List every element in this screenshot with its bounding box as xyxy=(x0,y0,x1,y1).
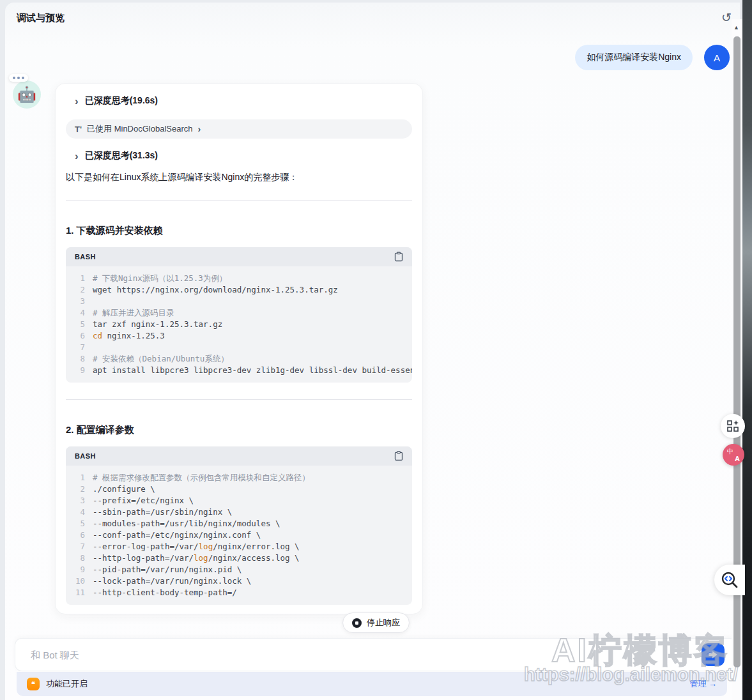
chat-input[interactable]: 和 Bot 聊天 xyxy=(31,650,79,662)
manage-link[interactable]: 管理 → xyxy=(689,678,717,690)
code-text: apt install libpcre3 libpcre3-dev zlib1g… xyxy=(93,365,412,376)
scrollbar[interactable]: ▲ xyxy=(732,19,742,700)
code-line: 5tar zxf nginx-1.25.3.tar.gz xyxy=(75,319,403,330)
code-block: BASH 1# 下载Nginx源码（以1.25.3为例）2wget https:… xyxy=(66,247,412,383)
user-message-row: 如何源码编译安装Nginx A xyxy=(575,45,730,70)
code-block-header: BASH xyxy=(66,247,412,266)
deep-think-toggle-2[interactable]: › 已深度思考(31.3s) xyxy=(66,148,412,164)
features-icon: ❝ xyxy=(27,678,40,690)
code-block: BASH 1# 根据需求修改配置参数（示例包含常用模块和自定义路径）2./con… xyxy=(66,446,412,605)
code-text: --http-client-body-temp-path=/ xyxy=(93,587,237,598)
code-line: 11--http-client-body-temp-path=/ xyxy=(75,587,403,598)
line-number: 6 xyxy=(75,330,85,342)
chat-composer[interactable]: 和 Bot 聊天 xyxy=(15,639,736,671)
line-number: 9 xyxy=(75,365,85,376)
section-heading: 1. 下载源码并安装依赖 xyxy=(66,225,412,237)
code-line: 6cd nginx-1.25.3 xyxy=(75,330,403,342)
page-title: 调试与预览 xyxy=(17,12,65,24)
code-text: --prefix=/etc/nginx \ xyxy=(93,495,194,506)
code-text: # 根据需求修改配置参数（示例包含常用模块和自定义路径） xyxy=(93,472,310,483)
code-text: # 下载Nginx源码（以1.25.3为例） xyxy=(93,273,227,284)
line-number: 7 xyxy=(75,342,85,353)
line-number: 7 xyxy=(75,541,85,552)
code-language-label: BASH xyxy=(75,452,96,460)
deep-think-toggle-1[interactable]: › 已深度思考(19.6s) xyxy=(66,93,412,109)
code-line: 3--prefix=/etc/nginx \ xyxy=(75,495,403,506)
line-number: 9 xyxy=(75,564,85,575)
code-text: --conf-path=/etc/nginx/nginx.conf \ xyxy=(93,529,261,541)
code-text xyxy=(93,342,98,353)
code-line: 1# 根据需求修改配置参数（示例包含常用模块和自定义路径） xyxy=(75,472,403,483)
code-text: --lock-path=/var/run/nginx.lock \ xyxy=(93,575,251,587)
chevron-right-icon: › xyxy=(198,125,201,133)
code-line: 4# 解压并进入源码目录 xyxy=(75,307,403,319)
bot-avatar: 🤖 xyxy=(13,80,41,109)
code-block-header: BASH xyxy=(66,446,412,466)
section-divider xyxy=(66,200,412,201)
chevron-right-icon: › xyxy=(75,96,79,107)
stop-response-label: 停止响应 xyxy=(367,617,400,628)
line-number: 3 xyxy=(75,296,85,307)
line-number: 10 xyxy=(75,575,85,587)
code-line: 8# 安装依赖（Debian/Ubuntu系统） xyxy=(75,353,403,365)
user-message-bubble: 如何源码编译安装Nginx xyxy=(575,45,693,70)
bot-message-card: › 已深度思考(19.6s) T' 已使用 MinDocGlobalSearch… xyxy=(55,83,423,614)
code-line: 9--pid-path=/var/run/nginx.pid \ xyxy=(75,564,403,575)
typing-indicator-icon xyxy=(9,74,28,82)
code-line: 7--error-log-path=/var/log/nginx/error.l… xyxy=(75,541,403,552)
code-text: --sbin-path=/usr/sbin/nginx \ xyxy=(93,506,232,518)
code-text: ./configure \ xyxy=(93,483,155,495)
translate-icon[interactable]: 中 A xyxy=(723,444,744,466)
line-number: 1 xyxy=(75,273,85,284)
user-avatar[interactable]: A xyxy=(704,45,730,70)
code-line: 10--lock-path=/var/run/nginx.lock \ xyxy=(75,575,403,587)
send-arrow-icon xyxy=(707,648,719,661)
refresh-icon[interactable]: ↺ xyxy=(721,10,732,25)
line-number: 3 xyxy=(75,495,85,506)
line-number: 11 xyxy=(75,587,85,598)
line-number: 5 xyxy=(75,518,85,529)
code-line: 4--sbin-path=/usr/sbin/nginx \ xyxy=(75,506,403,518)
inspect-code-magnifier-icon[interactable] xyxy=(714,565,745,595)
stop-response-button[interactable]: 停止响应 xyxy=(342,612,410,633)
deep-think-label-1: 已深度思考(19.6s) xyxy=(85,95,158,107)
code-text: # 安装依赖（Debian/Ubuntu系统） xyxy=(93,353,229,365)
answer-intro-text: 以下是如何在Linux系统上源码编译安装Nginx的完整步骤： xyxy=(66,171,412,183)
scroll-up-icon[interactable]: ▲ xyxy=(733,24,739,31)
chevron-right-icon: › xyxy=(75,151,79,162)
code-language-label: BASH xyxy=(75,253,96,261)
extension-grid-icon[interactable] xyxy=(721,414,745,438)
code-line: 7 xyxy=(75,342,403,353)
code-line: 2./configure \ xyxy=(75,483,403,495)
features-footer-bar: ❝ 功能已开启 管理 → xyxy=(17,672,727,696)
send-button[interactable] xyxy=(702,643,725,666)
code-line: 6--conf-path=/etc/nginx/nginx.conf \ xyxy=(75,529,403,541)
code-line: 9apt install libpcre3 libpcre3-dev zlib1… xyxy=(75,365,403,376)
tool-used-pill[interactable]: T' 已使用 MinDocGlobalSearch › xyxy=(66,119,412,139)
deep-think-label-2: 已深度思考(31.3s) xyxy=(85,150,158,162)
code-text: --modules-path=/usr/lib/nginx/modules \ xyxy=(93,518,280,529)
answer-sections: 1. 下载源码并安装依赖 BASH 1# 下载Nginx源码（以1.25.3为例… xyxy=(66,200,412,605)
line-number: 5 xyxy=(75,319,85,330)
tool-used-label: 已使用 MinDocGlobalSearch xyxy=(87,123,192,135)
line-number: 8 xyxy=(75,552,85,564)
code-body[interactable]: 1# 下载Nginx源码（以1.25.3为例）2wget https://ngi… xyxy=(66,266,412,383)
copy-code-icon[interactable] xyxy=(394,451,403,461)
line-number: 4 xyxy=(75,506,85,518)
code-text: wget https://nginx.org/download/nginx-1.… xyxy=(93,284,338,296)
code-line: 5--modules-path=/usr/lib/nginx/modules \ xyxy=(75,518,403,529)
code-text: --error-log-path=/var/log/nginx/error.lo… xyxy=(93,541,300,552)
section-divider xyxy=(66,399,412,400)
line-number: 6 xyxy=(75,529,85,541)
plugin-icon: T' xyxy=(75,125,82,134)
section-heading: 2. 配置编译参数 xyxy=(66,424,412,436)
code-text: cd nginx-1.25.3 xyxy=(93,330,165,342)
code-body[interactable]: 1# 根据需求修改配置参数（示例包含常用模块和自定义路径）2./configur… xyxy=(66,466,412,605)
line-number: 2 xyxy=(75,483,85,495)
code-text xyxy=(93,296,98,307)
code-text: # 解压并进入源码目录 xyxy=(93,307,174,319)
features-status-label: 功能已开启 xyxy=(46,678,88,690)
code-text: --http-log-path=/var/log/nginx/access.lo… xyxy=(93,552,300,564)
code-text: tar zxf nginx-1.25.3.tar.gz xyxy=(93,319,222,330)
copy-code-icon[interactable] xyxy=(394,252,403,262)
